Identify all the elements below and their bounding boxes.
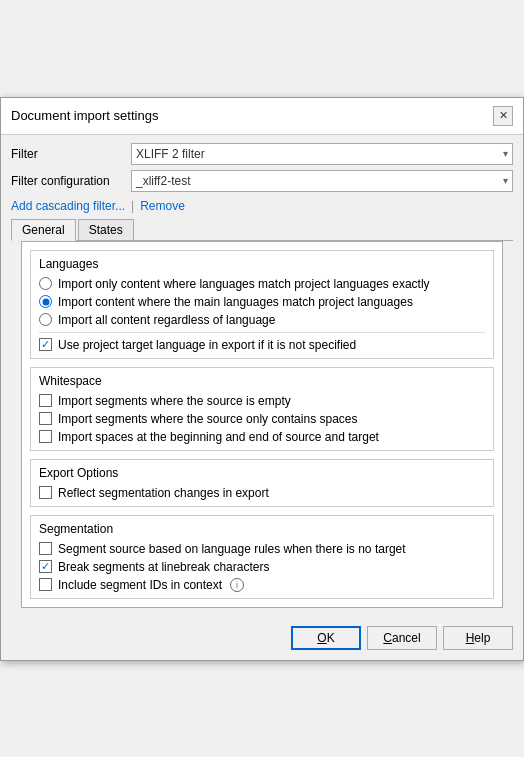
filter-config-dropdown[interactable]: _xliff2-test ▾	[131, 170, 513, 192]
project-target-lang-label: Use project target language in export if…	[58, 338, 356, 352]
help-button[interactable]: Help	[443, 626, 513, 650]
lang-radio-0[interactable]	[39, 277, 52, 290]
whitespace-checkbox-2[interactable]	[39, 430, 52, 443]
title-bar: Document import settings ✕	[1, 98, 523, 135]
filter-config-arrow: ▾	[503, 175, 508, 186]
segmentation-option-label-1: Break segments at linebreak characters	[58, 560, 269, 574]
whitespace-section: Whitespace Import segments where the sou…	[30, 367, 494, 451]
cancel-button[interactable]: Cancel	[367, 626, 437, 650]
whitespace-option-label-2: Import spaces at the beginning and end o…	[58, 430, 379, 444]
filter-value: XLIFF 2 filter	[136, 147, 205, 161]
project-target-lang-checkbox[interactable]	[39, 338, 52, 351]
whitespace-option-label-1: Import segments where the source only co…	[58, 412, 357, 426]
lang-option-2: Import all content regardless of languag…	[39, 313, 485, 327]
filter-config-label: Filter configuration	[11, 174, 131, 188]
whitespace-option-label-0: Import segments where the source is empt…	[58, 394, 291, 408]
bottom-area: OK Cancel Help	[1, 616, 523, 660]
export-checkbox-0[interactable]	[39, 486, 52, 499]
lang-radio-1[interactable]	[39, 295, 52, 308]
segmentation-label: Segmentation	[39, 522, 485, 536]
lang-option-label-0: Import only content where languages matc…	[58, 277, 430, 291]
export-option-0: Reflect segmentation changes in export	[39, 486, 485, 500]
filter-label: Filter	[11, 147, 131, 161]
pipe-separator: |	[131, 199, 134, 213]
languages-label: Languages	[39, 257, 485, 271]
filter-links: Add cascading filter... | Remove	[11, 197, 513, 218]
whitespace-label: Whitespace	[39, 374, 485, 388]
filter-config-value: _xliff2-test	[136, 174, 190, 188]
remove-filter-link[interactable]: Remove	[140, 199, 185, 213]
divider	[39, 332, 485, 333]
segmentation-checkbox-2[interactable]	[39, 578, 52, 591]
export-options-section: Export Options Reflect segmentation chan…	[30, 459, 494, 507]
project-target-lang-option: Use project target language in export if…	[39, 338, 485, 352]
filter-dropdown-arrow: ▾	[503, 148, 508, 159]
segmentation-option-2: Include segment IDs in context i	[39, 578, 485, 592]
tab-general[interactable]: General	[11, 219, 76, 241]
export-options-label: Export Options	[39, 466, 485, 480]
lang-option-1: Import content where the main languages …	[39, 295, 485, 309]
add-cascading-filter-link[interactable]: Add cascading filter...	[11, 199, 125, 213]
segmentation-checkbox-0[interactable]	[39, 542, 52, 555]
content-area: Languages Import only content where lang…	[21, 241, 503, 608]
tabs: General States	[11, 218, 513, 241]
whitespace-option-2: Import spaces at the beginning and end o…	[39, 430, 485, 444]
segmentation-option-label-2: Include segment IDs in context	[58, 578, 222, 592]
whitespace-checkbox-0[interactable]	[39, 394, 52, 407]
lang-option-0: Import only content where languages matc…	[39, 277, 485, 291]
whitespace-option-0: Import segments where the source is empt…	[39, 394, 485, 408]
lang-option-label-1: Import content where the main languages …	[58, 295, 413, 309]
close-button[interactable]: ✕	[493, 106, 513, 126]
segmentation-option-0: Segment source based on language rules w…	[39, 542, 485, 556]
segmentation-option-1: Break segments at linebreak characters	[39, 560, 485, 574]
info-icon[interactable]: i	[230, 578, 244, 592]
dialog-title: Document import settings	[11, 108, 158, 123]
cancel-label: Cancel	[383, 631, 420, 645]
filter-row: Filter XLIFF 2 filter ▾	[11, 143, 513, 165]
ok-label: OK	[317, 631, 334, 645]
ok-button[interactable]: OK	[291, 626, 361, 650]
lang-radio-2[interactable]	[39, 313, 52, 326]
whitespace-checkbox-1[interactable]	[39, 412, 52, 425]
form-area: Filter XLIFF 2 filter ▾ Filter configura…	[1, 135, 523, 616]
dialog: Document import settings ✕ Filter XLIFF …	[0, 97, 524, 661]
help-label: Help	[466, 631, 491, 645]
whitespace-option-1: Import segments where the source only co…	[39, 412, 485, 426]
lang-option-label-2: Import all content regardless of languag…	[58, 313, 275, 327]
segmentation-checkbox-1[interactable]	[39, 560, 52, 573]
tab-states[interactable]: States	[78, 219, 134, 241]
filter-config-row: Filter configuration _xliff2-test ▾	[11, 170, 513, 192]
filter-dropdown[interactable]: XLIFF 2 filter ▾	[131, 143, 513, 165]
segmentation-section: Segmentation Segment source based on lan…	[30, 515, 494, 599]
segmentation-option-label-0: Segment source based on language rules w…	[58, 542, 406, 556]
export-option-label-0: Reflect segmentation changes in export	[58, 486, 269, 500]
languages-section: Languages Import only content where lang…	[30, 250, 494, 359]
